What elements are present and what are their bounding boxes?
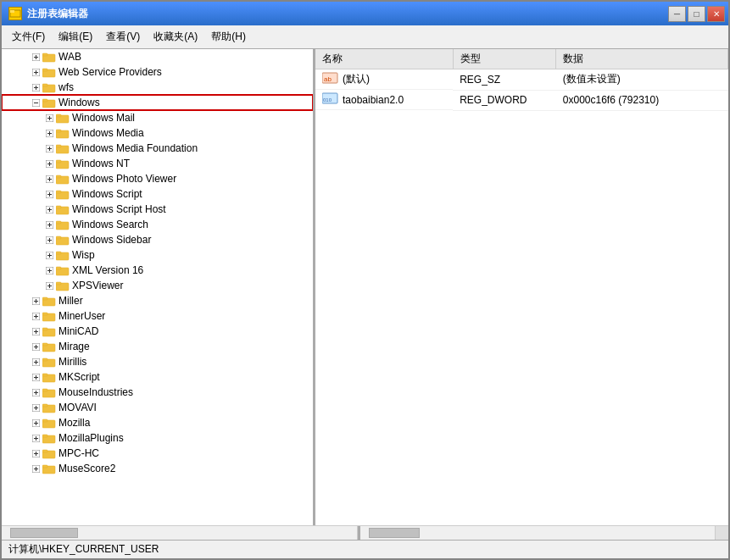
expand-btn-windows-mail[interactable] bbox=[42, 111, 56, 125]
tree-item-windows-media[interactable]: Windows Media bbox=[2, 125, 313, 141]
tree-item-windows[interactable]: Windows bbox=[2, 95, 313, 110]
expand-btn-minicad[interactable] bbox=[29, 324, 42, 338]
tree-item-xml16[interactable]: XML Version 16 bbox=[2, 263, 313, 278]
tree-horizontal-scrollbar[interactable] bbox=[2, 526, 358, 540]
expand-btn-xpsviewer[interactable] bbox=[42, 279, 56, 292]
tree-item-mirage[interactable]: Mirage bbox=[2, 339, 313, 354]
menu-item-V[interactable]: 查看(V) bbox=[99, 27, 147, 47]
tree-label-mineruser: MinerUser bbox=[59, 310, 105, 322]
folder-icon-xml16 bbox=[56, 264, 70, 276]
svg-text:ab: ab bbox=[324, 75, 332, 83]
expand-btn-mineruser[interactable] bbox=[29, 309, 42, 323]
expand-btn-miller[interactable] bbox=[29, 294, 42, 308]
tree-item-minicad[interactable]: MiniCAD bbox=[2, 324, 313, 339]
right-scroll[interactable]: 名称 类型 数据 ab(默认)REG_SZ(数值未设置)010taobaibia… bbox=[315, 49, 728, 525]
tree-item-windows-mail[interactable]: Windows Mail bbox=[2, 110, 313, 125]
tree-item-windows-sidebar[interactable]: Windows Sidebar bbox=[2, 232, 313, 247]
expand-btn-mkscript[interactable] bbox=[29, 370, 42, 384]
close-button[interactable]: ✕ bbox=[707, 6, 725, 22]
expand-btn-wfs[interactable] bbox=[29, 80, 42, 94]
svg-rect-90 bbox=[42, 313, 47, 315]
tree-item-mozillaplugins[interactable]: MozillaPlugins bbox=[2, 430, 313, 446]
tree-label-mkscript: MKScript bbox=[59, 371, 100, 383]
tree-item-musescore2[interactable]: MuseScore2 bbox=[2, 461, 313, 476]
folder-icon-minicad bbox=[42, 325, 56, 337]
expand-btn-xml16[interactable] bbox=[42, 263, 56, 277]
right-hscroll-thumb[interactable] bbox=[369, 528, 420, 538]
expand-btn-windows-script[interactable] bbox=[42, 187, 56, 201]
folder-icon-xpsviewer bbox=[56, 280, 70, 291]
title-bar: 注册表编辑器 ─ □ ✕ bbox=[2, 2, 728, 25]
tree-item-wisp[interactable]: Wisp bbox=[2, 247, 313, 263]
expand-btn-movavi[interactable] bbox=[29, 401, 42, 414]
tree-item-wsp[interactable]: Web Service Providers bbox=[2, 64, 313, 80]
expand-btn-wab[interactable] bbox=[29, 50, 42, 64]
tree-item-xpsviewer[interactable]: XPSViewer bbox=[2, 278, 313, 293]
tree-item-mouseindustries[interactable]: MouseIndustries bbox=[2, 385, 313, 400]
expand-btn-mozillaplugins[interactable] bbox=[29, 431, 42, 445]
tree-hscroll-thumb[interactable] bbox=[10, 528, 78, 538]
expand-btn-wisp[interactable] bbox=[42, 248, 56, 262]
svg-rect-75 bbox=[56, 267, 61, 269]
maximize-button[interactable]: □ bbox=[688, 6, 705, 22]
expand-btn-windows-search[interactable] bbox=[42, 218, 56, 231]
tree-label-wfs: wfs bbox=[59, 81, 74, 93]
minimize-button[interactable]: ─ bbox=[668, 6, 686, 22]
tree-label-movavi: MOVAVI bbox=[59, 402, 97, 413]
tree-item-windows-script[interactable]: Windows Script bbox=[2, 186, 313, 202]
menu-item-A[interactable]: 收藏夹(A) bbox=[147, 27, 204, 47]
tree-item-windows-pv[interactable]: Windows Photo Viewer bbox=[2, 171, 313, 186]
expand-btn-mpchc[interactable] bbox=[29, 446, 42, 460]
table-header-row: 名称 类型 数据 bbox=[315, 49, 728, 69]
tree-label-musescore2: MuseScore2 bbox=[59, 463, 115, 474]
tree-item-windows-nt[interactable]: Windows NT bbox=[2, 156, 313, 171]
svg-rect-95 bbox=[42, 328, 47, 330]
table-row[interactable]: 010taobaibian2.0REG_DWORD0x000c16f6 (792… bbox=[315, 90, 728, 110]
svg-rect-60 bbox=[56, 221, 61, 224]
tree-item-mineruser[interactable]: MinerUser bbox=[2, 308, 313, 324]
expand-btn-mirage[interactable] bbox=[29, 340, 42, 353]
expand-btn-musescore2[interactable] bbox=[29, 462, 42, 475]
expand-btn-windows-pv[interactable] bbox=[42, 172, 56, 186]
expand-btn-windows-mf[interactable] bbox=[42, 141, 56, 155]
expand-btn-windows-sh[interactable] bbox=[42, 202, 56, 216]
tree-item-wfs[interactable]: wfs bbox=[2, 80, 313, 95]
folder-icon-wsp bbox=[42, 66, 56, 78]
menu-item-F[interactable]: 文件(F) bbox=[5, 27, 52, 47]
expand-btn-windows[interactable] bbox=[29, 96, 42, 109]
tree-item-windows-mf[interactable]: Windows Media Foundation bbox=[2, 141, 313, 156]
tree-label-mpchc: MPC-HC bbox=[59, 447, 99, 459]
tree-scroll[interactable]: WAB Web Service Providers wfs Windows Wi… bbox=[2, 49, 313, 525]
folder-icon-mouseindustries bbox=[42, 386, 56, 398]
svg-rect-16 bbox=[42, 84, 47, 86]
tree-item-mpchc[interactable]: MPC-HC bbox=[2, 446, 313, 461]
tree-item-windows-search[interactable]: Windows Search bbox=[2, 217, 313, 232]
expand-btn-windows-media[interactable] bbox=[42, 126, 56, 140]
tree-item-mirillis[interactable]: Mirillis bbox=[2, 354, 313, 369]
menu-item-E[interactable]: 编辑(E) bbox=[52, 27, 99, 47]
tree-item-movavi[interactable]: MOVAVI bbox=[2, 400, 313, 415]
svg-rect-140 bbox=[42, 465, 47, 468]
tree-item-wab[interactable]: WAB bbox=[2, 49, 313, 64]
expand-btn-windows-nt[interactable] bbox=[42, 157, 56, 170]
tree-label-wab: WAB bbox=[59, 51, 81, 63]
svg-rect-110 bbox=[42, 374, 47, 376]
tree-item-miller[interactable]: Miller bbox=[2, 293, 313, 308]
expand-btn-mouseindustries[interactable] bbox=[29, 385, 42, 399]
svg-rect-45 bbox=[56, 175, 61, 178]
tree-item-mkscript[interactable]: MKScript bbox=[2, 369, 313, 385]
tree-item-windows-sh[interactable]: Windows Script Host bbox=[2, 202, 313, 217]
tree-item-mozilla[interactable]: Mozilla bbox=[2, 415, 313, 430]
expand-btn-mirillis[interactable] bbox=[29, 355, 42, 369]
expand-btn-wsp[interactable] bbox=[29, 65, 42, 79]
right-horizontal-scrollbar[interactable] bbox=[360, 526, 716, 540]
expand-btn-mozilla[interactable] bbox=[29, 416, 42, 430]
svg-rect-40 bbox=[56, 160, 61, 163]
table-row[interactable]: ab(默认)REG_SZ(数值未设置) bbox=[315, 69, 728, 91]
reg-name-0: (默认) bbox=[343, 72, 370, 86]
svg-rect-105 bbox=[42, 358, 47, 361]
expand-btn-windows-sidebar[interactable] bbox=[42, 233, 56, 247]
svg-rect-6 bbox=[42, 53, 47, 56]
menu-item-H[interactable]: 帮助(H) bbox=[204, 27, 253, 47]
svg-text:010: 010 bbox=[323, 97, 332, 103]
